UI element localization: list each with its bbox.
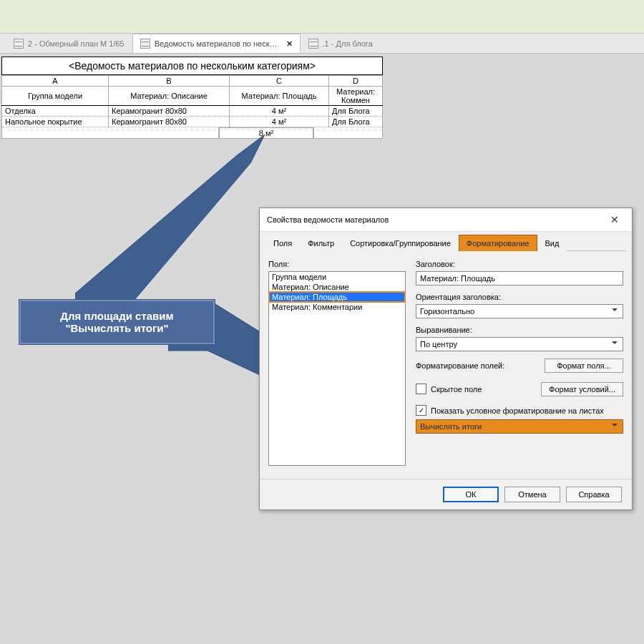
col-letter[interactable]: C: [230, 76, 329, 87]
sheet-icon: [308, 39, 318, 49]
tab-filter[interactable]: Фильтр: [300, 235, 342, 251]
alignment-label: Выравнивание:: [416, 326, 623, 334]
document-tabs: 2 - Обмерный план М 1/65 Ведомость матер…: [0, 34, 644, 54]
list-item[interactable]: Материал: Площадь: [269, 292, 405, 302]
annotation-callout: Для площади ставим "Вычислять итоги": [19, 299, 215, 345]
tab-sort[interactable]: Сортировка/Группирование: [342, 235, 459, 251]
list-item[interactable]: Материал: Комментарии: [269, 302, 405, 312]
format-label: Форматирование полей:: [416, 361, 504, 370]
conditional-format-button[interactable]: Формат условий...: [541, 382, 623, 396]
schedule-title: <Ведомость материалов по нескольким кате…: [1, 57, 383, 75]
alignment-select[interactable]: По центру: [416, 337, 623, 351]
col-letter[interactable]: B: [109, 76, 230, 87]
help-button[interactable]: Справка: [566, 487, 622, 502]
hidden-checkbox[interactable]: [416, 384, 426, 394]
orientation-select[interactable]: Горизонтально: [416, 304, 623, 318]
heading-label: Заголовок:: [416, 260, 623, 268]
col-header[interactable]: Материал: Площадь: [230, 87, 329, 106]
col-header[interactable]: Материал: Описание: [109, 87, 230, 106]
fields-label: Поля:: [268, 260, 406, 268]
tab-formatting[interactable]: Форматирование: [459, 235, 537, 251]
schedule-icon: [140, 39, 150, 49]
col-letter[interactable]: D: [329, 76, 383, 87]
table-row[interactable]: Напольное покрытиеКерамогранит 80х804 м²…: [2, 117, 383, 127]
schedule-view: <Ведомость материалов по нескольким кате…: [1, 57, 383, 139]
dialog-tabs: Поля Фильтр Сортировка/Группирование Фор…: [260, 232, 632, 250]
close-button[interactable]: ✕: [605, 214, 625, 225]
ok-button[interactable]: ОК: [443, 487, 499, 502]
list-item[interactable]: Группа модели: [269, 272, 405, 282]
field-format-button[interactable]: Формат поля...: [545, 358, 623, 373]
sheet-icon: [14, 39, 24, 49]
schedule-table: A B C D Группа модели Материал: Описание…: [1, 75, 383, 127]
tab-floor-plan[interactable]: 2 - Обмерный план М 1/65: [6, 34, 132, 53]
col-letter[interactable]: A: [2, 76, 109, 87]
heading-input[interactable]: [416, 271, 623, 286]
fields-listbox[interactable]: Группа модели Материал: Описание Материа…: [268, 271, 406, 466]
schedule-properties-dialog: Свойства ведомости материалов ✕ Поля Фил…: [259, 208, 633, 510]
show-conditional-checkbox[interactable]: ✓: [416, 405, 426, 416]
table-row[interactable]: ОтделкаКерамогранит 80х804 м²Для Блога: [2, 106, 383, 117]
tab-schedule[interactable]: Ведомость материалов по неск… ✕: [132, 34, 301, 53]
dialog-title: Свойства ведомости материалов: [267, 215, 389, 224]
tab-blog[interactable]: .1 - Для блога: [301, 34, 381, 53]
list-item[interactable]: Материал: Описание: [269, 282, 405, 292]
cancel-button[interactable]: Отмена: [504, 487, 560, 502]
orientation-label: Ориентация заголовка:: [416, 293, 623, 301]
col-header[interactable]: Материал: Коммен: [329, 87, 383, 106]
tab-view[interactable]: Вид: [537, 235, 567, 251]
tab-fields[interactable]: Поля: [265, 235, 300, 251]
col-header[interactable]: Группа модели: [2, 87, 109, 106]
totals-select[interactable]: Вычислять итоги: [416, 419, 623, 434]
close-icon[interactable]: ✕: [286, 39, 293, 49]
